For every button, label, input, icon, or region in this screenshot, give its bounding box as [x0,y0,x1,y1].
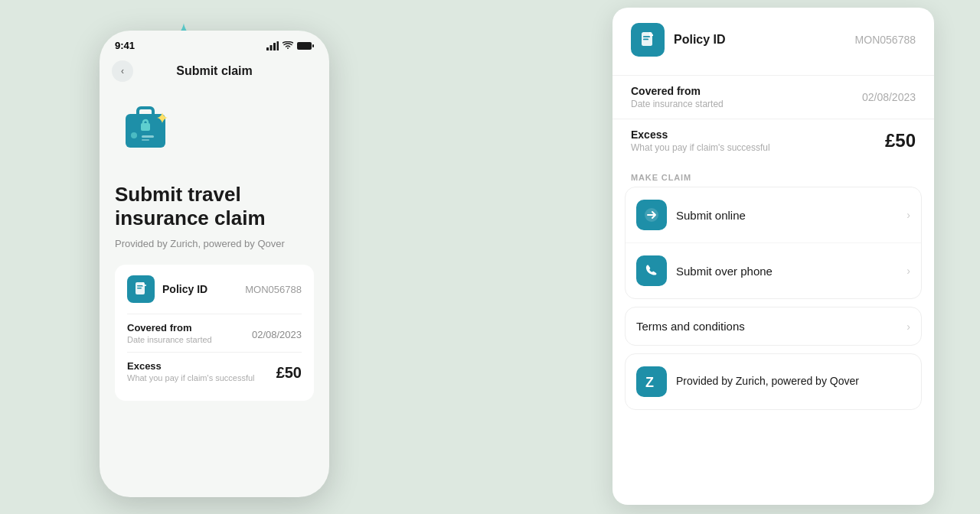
svg-rect-3 [266,47,269,50]
phone-time: 9:41 [115,40,135,51]
svg-rect-7 [297,42,312,50]
svg-rect-16 [137,285,143,287]
phone-info-card: Policy ID MON056788 Covered from Date in… [115,265,314,401]
terms-card[interactable]: Terms and conditions › [625,307,922,346]
svg-rect-6 [277,41,279,50]
submit-phone-row[interactable]: Submit over phone › [626,243,921,298]
panel-covered-row: Covered from Date insurance started 02/0… [612,75,934,119]
phone-content: Submit travel insurance claim Provided b… [100,89,329,497]
back-button[interactable]: ‹ [112,60,133,82]
phone-screen-title: Submit claim [176,64,253,78]
panel-excess-title: Excess [631,128,885,141]
zurich-z-icon: Z [642,372,661,391]
main-panel: Policy ID MON056788 Covered from Date in… [612,8,934,505]
panel-policy-section: Policy ID MON056788 [612,8,934,75]
svg-rect-10 [138,108,153,117]
panel-covered-left: Covered from Date insurance started [631,85,862,109]
phone-covered-row: Covered from Date insurance started 02/0… [127,314,302,352]
svg-rect-20 [643,39,648,41]
phone-header: ‹ Submit claim [100,56,329,89]
phone-policy-value: MON056788 [245,284,302,295]
submit-phone-chevron: › [906,265,910,277]
panel-excess-row: Excess What you pay if claim's successfu… [612,119,934,162]
svg-rect-17 [137,288,142,289]
phone-policy-label: Policy ID [162,283,207,295]
powered-card: Z Provided by Zurich, powered by Qover [625,353,922,410]
phone-mockup: 9:41 ‹ Submit claim [100,31,329,497]
panel-covered-title: Covered from [631,85,862,97]
svg-rect-8 [312,44,314,47]
zurich-icon-box: Z [636,366,667,397]
svg-rect-19 [643,36,650,37]
panel-excess-sub: What you pay if claim's successful [631,142,885,153]
panel-excess-value: £50 [885,130,916,151]
battery-icon [297,41,314,50]
svg-rect-13 [142,135,154,138]
submit-phone-icon-box [636,255,667,286]
submit-phone-label: Submit over phone [676,265,897,278]
panel-covered-value: 02/08/2023 [862,91,916,103]
luggage-icon [115,97,176,158]
phone-status-bar: 9:41 [100,31,329,56]
submit-actions-card: Submit online › Submit over phone › [625,187,922,299]
svg-rect-4 [270,45,273,50]
phone-policy-icon-box [127,275,155,303]
submit-online-row[interactable]: Submit online › [626,187,921,243]
svg-rect-11 [141,123,150,131]
panel-excess-left: Excess What you pay if claim's successfu… [631,128,885,153]
claim-title: Submit travel insurance claim [115,183,314,230]
panel-policy-label: Policy ID [674,33,726,47]
phone-excess-value: £50 [276,364,302,382]
submit-online-label: Submit online [676,209,897,222]
submit-online-icon-box [636,200,667,230]
status-icons [266,41,314,50]
panel-policy-icon [631,23,665,57]
svg-rect-14 [142,139,149,141]
panel-policy-id-row: Policy ID MON056788 [631,23,916,57]
phone-excess-row: Excess What you pay if claim's successfu… [127,352,302,390]
wifi-icon [283,41,293,50]
submit-online-icon [643,207,660,223]
svg-text:Z: Z [645,375,654,390]
submit-online-chevron: › [906,209,910,221]
signal-icon [266,41,279,50]
panel-document-icon [639,31,657,49]
terms-label: Terms and conditions [636,320,906,333]
panel-policy-value: MON056788 [855,34,916,46]
phone-document-icon [133,281,149,297]
phone-icon [644,263,659,278]
phone-policy-row: Policy ID MON056788 [127,275,302,303]
phone-covered-value: 02/08/2023 [252,329,302,340]
svg-rect-5 [273,43,276,50]
powered-text: Provided by Zurich, powered by Qover [676,374,859,389]
svg-point-12 [131,132,137,138]
panel-covered-sub: Date insurance started [631,99,862,109]
make-claim-label: MAKE CLAIM [612,162,934,187]
claim-subtitle: Provided by Zurich, powered by Qover [115,238,314,249]
terms-chevron: › [906,320,910,333]
